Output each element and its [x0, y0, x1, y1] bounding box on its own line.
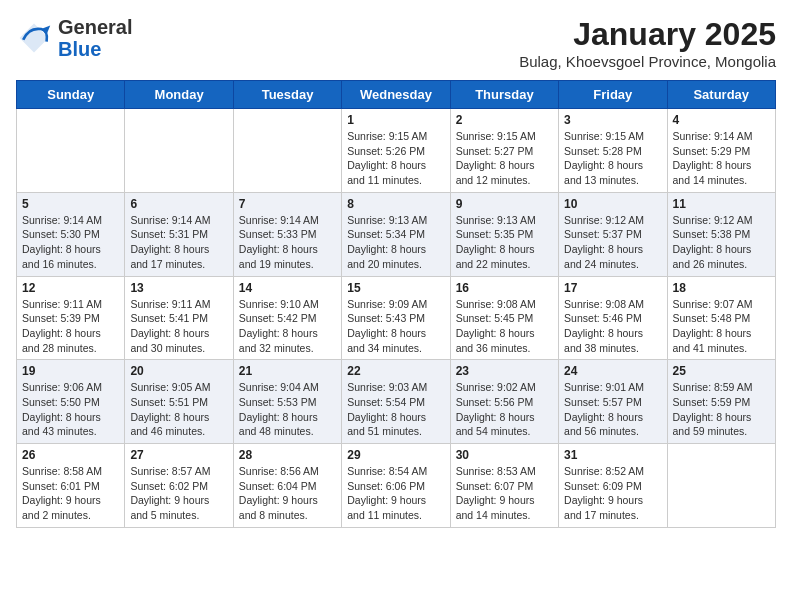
day-number: 6: [130, 197, 227, 211]
calendar-cell: [125, 109, 233, 193]
day-number: 14: [239, 281, 336, 295]
calendar-cell: 24Sunrise: 9:01 AMSunset: 5:57 PMDayligh…: [559, 360, 667, 444]
calendar-cell: 3Sunrise: 9:15 AMSunset: 5:28 PMDaylight…: [559, 109, 667, 193]
weekday-header-row: SundayMondayTuesdayWednesdayThursdayFrid…: [17, 81, 776, 109]
calendar-cell: 5Sunrise: 9:14 AMSunset: 5:30 PMDaylight…: [17, 192, 125, 276]
weekday-header-sunday: Sunday: [17, 81, 125, 109]
calendar-cell: 11Sunrise: 9:12 AMSunset: 5:38 PMDayligh…: [667, 192, 775, 276]
day-number: 31: [564, 448, 661, 462]
day-number: 7: [239, 197, 336, 211]
day-info: Sunrise: 8:53 AMSunset: 6:07 PMDaylight:…: [456, 464, 553, 523]
calendar-cell: 1Sunrise: 9:15 AMSunset: 5:26 PMDaylight…: [342, 109, 450, 193]
calendar-cell: 21Sunrise: 9:04 AMSunset: 5:53 PMDayligh…: [233, 360, 341, 444]
day-number: 22: [347, 364, 444, 378]
day-info: Sunrise: 9:10 AMSunset: 5:42 PMDaylight:…: [239, 297, 336, 356]
day-number: 4: [673, 113, 770, 127]
day-info: Sunrise: 9:12 AMSunset: 5:38 PMDaylight:…: [673, 213, 770, 272]
calendar-cell: 2Sunrise: 9:15 AMSunset: 5:27 PMDaylight…: [450, 109, 558, 193]
day-info: Sunrise: 9:05 AMSunset: 5:51 PMDaylight:…: [130, 380, 227, 439]
calendar-cell: 28Sunrise: 8:56 AMSunset: 6:04 PMDayligh…: [233, 444, 341, 528]
title-block: January 2025 Bulag, Khoevsgoel Province,…: [519, 16, 776, 70]
calendar-week-4: 19Sunrise: 9:06 AMSunset: 5:50 PMDayligh…: [17, 360, 776, 444]
day-number: 30: [456, 448, 553, 462]
calendar-cell: 6Sunrise: 9:14 AMSunset: 5:31 PMDaylight…: [125, 192, 233, 276]
calendar-cell: 20Sunrise: 9:05 AMSunset: 5:51 PMDayligh…: [125, 360, 233, 444]
day-number: 21: [239, 364, 336, 378]
day-info: Sunrise: 9:06 AMSunset: 5:50 PMDaylight:…: [22, 380, 119, 439]
calendar-cell: 12Sunrise: 9:11 AMSunset: 5:39 PMDayligh…: [17, 276, 125, 360]
calendar-week-1: 1Sunrise: 9:15 AMSunset: 5:26 PMDaylight…: [17, 109, 776, 193]
day-number: 5: [22, 197, 119, 211]
day-info: Sunrise: 8:52 AMSunset: 6:09 PMDaylight:…: [564, 464, 661, 523]
day-info: Sunrise: 9:14 AMSunset: 5:31 PMDaylight:…: [130, 213, 227, 272]
day-number: 15: [347, 281, 444, 295]
page-header: General Blue January 2025 Bulag, Khoevsg…: [16, 16, 776, 70]
calendar-cell: 31Sunrise: 8:52 AMSunset: 6:09 PMDayligh…: [559, 444, 667, 528]
day-info: Sunrise: 8:56 AMSunset: 6:04 PMDaylight:…: [239, 464, 336, 523]
day-info: Sunrise: 9:04 AMSunset: 5:53 PMDaylight:…: [239, 380, 336, 439]
calendar-cell: 22Sunrise: 9:03 AMSunset: 5:54 PMDayligh…: [342, 360, 450, 444]
page-subtitle: Bulag, Khoevsgoel Province, Mongolia: [519, 53, 776, 70]
day-number: 12: [22, 281, 119, 295]
day-info: Sunrise: 9:12 AMSunset: 5:37 PMDaylight:…: [564, 213, 661, 272]
calendar-cell: 30Sunrise: 8:53 AMSunset: 6:07 PMDayligh…: [450, 444, 558, 528]
day-number: 3: [564, 113, 661, 127]
logo-text: General Blue: [58, 16, 132, 60]
calendar-week-2: 5Sunrise: 9:14 AMSunset: 5:30 PMDaylight…: [17, 192, 776, 276]
calendar-cell: 9Sunrise: 9:13 AMSunset: 5:35 PMDaylight…: [450, 192, 558, 276]
day-info: Sunrise: 8:59 AMSunset: 5:59 PMDaylight:…: [673, 380, 770, 439]
day-number: 25: [673, 364, 770, 378]
calendar-table: SundayMondayTuesdayWednesdayThursdayFrid…: [16, 80, 776, 528]
day-number: 20: [130, 364, 227, 378]
day-number: 18: [673, 281, 770, 295]
day-number: 26: [22, 448, 119, 462]
weekday-header-thursday: Thursday: [450, 81, 558, 109]
calendar-cell: 15Sunrise: 9:09 AMSunset: 5:43 PMDayligh…: [342, 276, 450, 360]
calendar-cell: 19Sunrise: 9:06 AMSunset: 5:50 PMDayligh…: [17, 360, 125, 444]
day-info: Sunrise: 9:15 AMSunset: 5:26 PMDaylight:…: [347, 129, 444, 188]
calendar-cell: 10Sunrise: 9:12 AMSunset: 5:37 PMDayligh…: [559, 192, 667, 276]
day-info: Sunrise: 9:15 AMSunset: 5:27 PMDaylight:…: [456, 129, 553, 188]
day-info: Sunrise: 9:02 AMSunset: 5:56 PMDaylight:…: [456, 380, 553, 439]
day-number: 11: [673, 197, 770, 211]
page-title: January 2025: [519, 16, 776, 53]
day-info: Sunrise: 8:58 AMSunset: 6:01 PMDaylight:…: [22, 464, 119, 523]
day-info: Sunrise: 9:08 AMSunset: 5:46 PMDaylight:…: [564, 297, 661, 356]
calendar-cell: 4Sunrise: 9:14 AMSunset: 5:29 PMDaylight…: [667, 109, 775, 193]
weekday-header-saturday: Saturday: [667, 81, 775, 109]
calendar-cell: 16Sunrise: 9:08 AMSunset: 5:45 PMDayligh…: [450, 276, 558, 360]
calendar-cell: 29Sunrise: 8:54 AMSunset: 6:06 PMDayligh…: [342, 444, 450, 528]
calendar-cell: 18Sunrise: 9:07 AMSunset: 5:48 PMDayligh…: [667, 276, 775, 360]
calendar-cell: 14Sunrise: 9:10 AMSunset: 5:42 PMDayligh…: [233, 276, 341, 360]
day-number: 24: [564, 364, 661, 378]
weekday-header-wednesday: Wednesday: [342, 81, 450, 109]
calendar-cell: 8Sunrise: 9:13 AMSunset: 5:34 PMDaylight…: [342, 192, 450, 276]
weekday-header-tuesday: Tuesday: [233, 81, 341, 109]
calendar-cell: 13Sunrise: 9:11 AMSunset: 5:41 PMDayligh…: [125, 276, 233, 360]
day-info: Sunrise: 9:13 AMSunset: 5:34 PMDaylight:…: [347, 213, 444, 272]
day-number: 19: [22, 364, 119, 378]
day-info: Sunrise: 9:11 AMSunset: 5:41 PMDaylight:…: [130, 297, 227, 356]
day-number: 17: [564, 281, 661, 295]
day-info: Sunrise: 8:54 AMSunset: 6:06 PMDaylight:…: [347, 464, 444, 523]
day-info: Sunrise: 9:01 AMSunset: 5:57 PMDaylight:…: [564, 380, 661, 439]
calendar-cell: 25Sunrise: 8:59 AMSunset: 5:59 PMDayligh…: [667, 360, 775, 444]
day-info: Sunrise: 9:14 AMSunset: 5:29 PMDaylight:…: [673, 129, 770, 188]
day-info: Sunrise: 9:14 AMSunset: 5:33 PMDaylight:…: [239, 213, 336, 272]
day-info: Sunrise: 9:09 AMSunset: 5:43 PMDaylight:…: [347, 297, 444, 356]
calendar-cell: 7Sunrise: 9:14 AMSunset: 5:33 PMDaylight…: [233, 192, 341, 276]
day-number: 23: [456, 364, 553, 378]
day-number: 2: [456, 113, 553, 127]
calendar-cell: [233, 109, 341, 193]
day-info: Sunrise: 9:08 AMSunset: 5:45 PMDaylight:…: [456, 297, 553, 356]
calendar-week-5: 26Sunrise: 8:58 AMSunset: 6:01 PMDayligh…: [17, 444, 776, 528]
day-number: 13: [130, 281, 227, 295]
day-number: 9: [456, 197, 553, 211]
calendar-week-3: 12Sunrise: 9:11 AMSunset: 5:39 PMDayligh…: [17, 276, 776, 360]
weekday-header-monday: Monday: [125, 81, 233, 109]
calendar-cell: [667, 444, 775, 528]
day-info: Sunrise: 9:11 AMSunset: 5:39 PMDaylight:…: [22, 297, 119, 356]
logo-icon: [16, 20, 52, 56]
calendar-cell: [17, 109, 125, 193]
day-info: Sunrise: 9:14 AMSunset: 5:30 PMDaylight:…: [22, 213, 119, 272]
